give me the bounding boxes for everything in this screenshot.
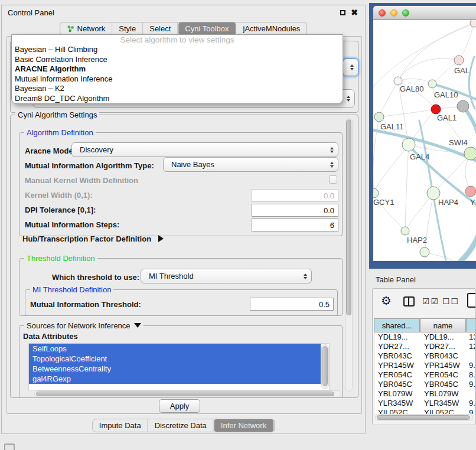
table-row[interactable]: YBR043CYBR043C [374,351,475,361]
table-cell: 13 [469,332,475,341]
table-hscrollbar[interactable] [375,414,473,421]
network-edge-thick[interactable] [469,57,475,109]
network-edge-thick[interactable] [455,233,476,261]
tab-select[interactable]: Select [143,22,178,35]
attribute-item-selfloops[interactable]: SelfLoops [29,344,321,354]
split-columns-icon[interactable] [403,296,415,306]
column-header-shared[interactable]: shared... [374,318,420,332]
table-row[interactable]: YER054CYER054C8. [374,370,475,380]
tab-infer-network[interactable]: Infer Network [214,419,273,432]
hub-definition-label: Hub/Transcription Factor Definition [22,234,151,243]
mi-threshold-field[interactable]: 0.5 [250,298,334,311]
network-node[interactable] [420,247,429,257]
dropdown-item-aracne-algorithm[interactable]: ARACNE Algorithm [12,64,343,74]
network-node-y[interactable] [465,186,476,197]
attribute-item-betweennesscentrality[interactable]: BetweennessCentrality [29,364,321,374]
network-node-swi4[interactable] [464,147,476,160]
network-node-gcy1[interactable] [373,188,379,198]
network-node-gal10[interactable] [428,80,436,88]
network-node-gal4[interactable] [402,138,415,151]
minimize-traffic-light-icon[interactable] [390,9,397,17]
hub-definition-toggle[interactable]: Hub/Transcription Factor Definition [22,234,164,243]
attributes-scrollbar-thumb[interactable] [322,346,328,386]
dropdown-item-bayesian-hill-climbing[interactable]: Bayesian – Hill Climbing [12,45,343,55]
attribute-item-gal4rgexp[interactable]: gal4RGexp [29,374,321,384]
tab-network[interactable]: Network [60,22,113,35]
data-attributes-label: Data Attributes [23,332,78,341]
attributes-hscrollbar-thumb[interactable] [36,392,334,396]
manual-kernel-checkbox[interactable] [329,175,337,184]
mi-steps-label: Mutual Information Steps: [25,220,119,229]
attribute-item-topologicalcoefficient[interactable]: TopologicalCoefficient [29,354,321,364]
gear-icon[interactable]: ⚙ [381,294,392,308]
dropdown-item-mutual-information-inference[interactable]: Mutual Information Inference [12,74,343,84]
zoom-traffic-light-icon[interactable] [402,9,409,17]
new-table-icon[interactable] [467,293,476,308]
network-node-gal80[interactable] [394,77,402,85]
which-threshold-combobox[interactable]: MI Threshold [141,269,312,283]
tab-discretize-data[interactable]: Discretize Data [148,419,214,432]
tab-impute-data[interactable]: Impute Data [93,419,148,432]
table-cell: YLR345W [424,399,467,407]
select-all-columns-icon[interactable]: ☑☑ [422,296,439,306]
tab-cyni-toolbox[interactable]: Cyni Toolbox [178,22,236,35]
table-row[interactable]: YIL052CYIL052C9 [374,408,475,414]
table-cell: 8. [469,370,475,379]
bottom-tabs: Impute DataDiscretize DataInfer Network [92,419,275,432]
table-row[interactable]: YDL19...YDL19...13 [374,332,475,342]
deselect-all-columns-icon[interactable]: ☐☐ [442,296,459,306]
settings-scrollbar[interactable] [345,118,353,392]
data-attributes-list[interactable]: SelfLoopsTopologicalCoefficientBetweenne… [28,343,330,390]
table-hscrollbar-thumb[interactable] [377,415,470,420]
network-edge[interactable] [398,58,459,80]
attributes-hscrollbar[interactable] [34,390,341,397]
network-window-titlebar[interactable] [373,6,476,20]
network-node-hap2[interactable] [401,227,409,235]
algorithm-combobox[interactable] [343,58,358,76]
tab-jactivemnodules[interactable]: jActiveMNodules [237,22,307,35]
mi-steps-field[interactable]: 6 [252,219,338,231]
dropdown-item-basic-correlation-inference[interactable]: Basic Correlation Inference [12,55,343,65]
network-canvas-svg: GALGAL80GAL10GAL1GAL11GAL4SWI4GCY1HAP4YH… [373,20,476,261]
table-row[interactable]: YLR345WYLR345W9. [374,399,475,408]
close-traffic-light-icon[interactable] [379,9,386,17]
settings-scrollbar-thumb[interactable] [346,119,351,315]
network-node-label: GCY1 [373,198,394,207]
dropdown-item-bayesian-k2[interactable]: Bayesian – K2 [12,84,343,94]
attributes-scrollbar[interactable] [321,344,329,389]
dropdown-placeholder: Select algorithm to view settings [12,35,343,45]
table-cell: 9. [469,380,475,389]
network-edge[interactable] [379,81,398,117]
column-header-2[interactable] [466,318,476,332]
mi-threshold-label: Mutual Information Threshold: [30,300,141,309]
table-row[interactable]: YBL079WYBL079W [374,389,475,399]
network-edge[interactable] [405,193,433,231]
network-edge[interactable] [374,145,409,193]
network-node-gal[interactable] [454,56,464,65]
minimized-panel-icon[interactable] [4,444,15,450]
kernel-width-field[interactable]: 0.0 [252,189,338,202]
table-row[interactable]: YBR045CYBR045C9. [374,380,475,389]
network-node[interactable] [470,20,476,27]
table-row[interactable]: YDR27...YDR27...12 [374,342,475,351]
network-node-gal1[interactable] [431,105,441,114]
network-edge[interactable] [379,109,436,117]
dropdown-item-dream8-dc-tdc-algorithm[interactable]: Dream8 DC_TDC Algorithm [12,94,343,104]
network-edge[interactable] [398,79,432,84]
network-edge[interactable] [405,145,409,231]
collapse-down-icon[interactable] [134,323,141,328]
network-node-gal11[interactable] [374,112,384,122]
network-canvas[interactable]: GALGAL80GAL10GAL1GAL11GAL4SWI4GCY1HAP4YH… [373,20,476,261]
aracne-mode-combobox[interactable]: Discovery [71,142,338,157]
tab-label: Impute Data [99,421,141,430]
tab-style[interactable]: Style [112,22,143,35]
apply-button[interactable]: Apply [159,399,200,413]
network-node[interactable] [457,100,469,112]
close-icon[interactable]: ✖ [351,8,358,17]
float-window-icon[interactable] [340,10,345,15]
mi-type-combobox[interactable]: Naive Bayes [163,157,338,172]
table-row[interactable]: YPR145WYPR145W9. [374,361,475,370]
dpi-tolerance-field[interactable]: 0.0 [252,204,338,217]
column-header-name[interactable]: name [420,318,466,332]
table-cell: YPR145W [424,361,467,370]
